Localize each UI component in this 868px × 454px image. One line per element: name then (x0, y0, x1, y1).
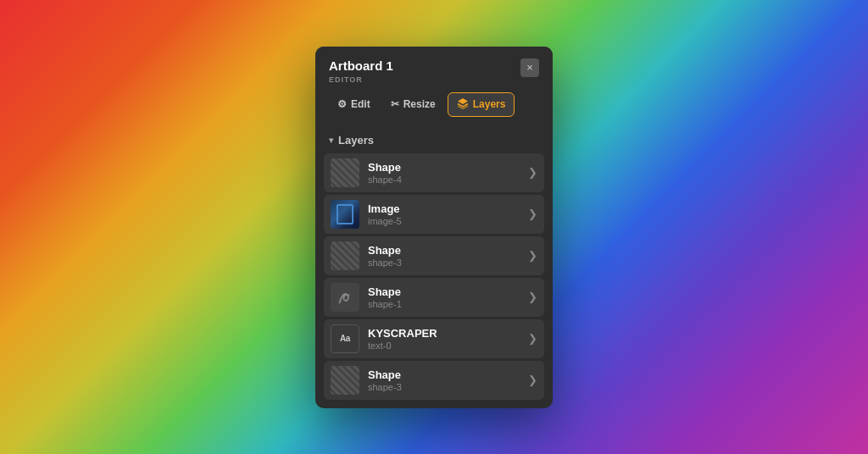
layer-id: shape-4 (368, 174, 520, 185)
layer-item[interactable]: Shape shape-1 ❯ (324, 278, 544, 317)
layers-list: Shape shape-4 ❯ Image image-5 ❯ Shape sh… (315, 153, 553, 408)
chevron-right-icon: ❯ (528, 374, 537, 386)
tab-bar: ⚙ Edit ✂ Resize Layers (315, 92, 553, 127)
panel-title: Artboard 1 (329, 58, 393, 74)
layer-id: image-5 (368, 216, 520, 226)
section-header: ▾ Layers (315, 127, 553, 153)
chevron-right-icon: ❯ (528, 332, 537, 345)
tab-resize-label: Resize (403, 98, 436, 110)
section-label: Layers (338, 134, 374, 147)
layer-id: shape-3 (368, 257, 520, 268)
layer-thumb-shape3b (331, 366, 359, 395)
layer-name: KYSCRAPER (368, 327, 520, 340)
layer-item[interactable]: Aa KYSCRAPER text-0 ❯ (324, 319, 544, 358)
layer-thumb-shape4 (331, 158, 359, 187)
layer-item[interactable]: Image image-5 ❯ (324, 195, 544, 234)
layer-item[interactable]: Shape shape-4 ❯ (324, 153, 544, 192)
tab-edit[interactable]: ⚙ Edit (329, 92, 379, 117)
layers-panel: Artboard 1 EDITOR × ⚙ Edit ✂ Resize Laye… (315, 47, 553, 408)
layer-id: shape-3 (368, 382, 520, 392)
layer-item[interactable]: Shape shape-3 ❯ (324, 361, 544, 400)
layer-name: Shape (368, 161, 520, 174)
layer-item[interactable]: Shape shape-3 ❯ (324, 236, 544, 275)
panel-header: Artboard 1 EDITOR × (315, 47, 553, 92)
tab-layers[interactable]: Layers (448, 92, 515, 117)
close-button[interactable]: × (520, 58, 539, 77)
layer-id: shape-1 (368, 299, 520, 309)
layer-name: Shape (368, 244, 520, 257)
layer-thumb-shape1 (331, 283, 359, 312)
tab-edit-label: Edit (351, 98, 370, 110)
chevron-right-icon: ❯ (528, 291, 537, 303)
layers-icon (457, 97, 469, 112)
layer-name: Image (368, 202, 520, 215)
layer-name: Shape (368, 285, 520, 298)
layer-thumb-image5 (331, 200, 359, 229)
panel-subtitle: EDITOR (329, 75, 393, 84)
panel-title-area: Artboard 1 EDITOR (329, 58, 393, 84)
section-chevron: ▾ (329, 136, 333, 145)
edit-icon: ⚙ (337, 98, 347, 110)
layer-thumb-shape3a (331, 241, 359, 270)
tab-resize[interactable]: ✂ Resize (382, 92, 444, 117)
layer-thumb-text0: Aa (331, 324, 359, 353)
tab-layers-label: Layers (473, 98, 506, 110)
resize-icon: ✂ (391, 98, 399, 110)
layer-name: Shape (368, 368, 520, 381)
chevron-right-icon: ❯ (528, 208, 537, 220)
chevron-right-icon: ❯ (528, 249, 537, 262)
chevron-right-icon: ❯ (528, 166, 537, 179)
layer-id: text-0 (368, 340, 520, 351)
